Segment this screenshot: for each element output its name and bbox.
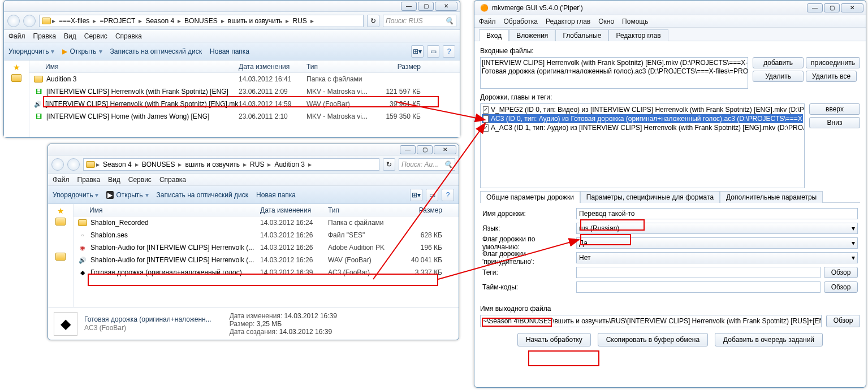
maximize-button[interactable]: ▢ xyxy=(824,3,840,12)
menu-file[interactable]: Файл xyxy=(8,32,25,40)
list-item[interactable]: ▫Shablon.ses 14.03.2012 16:26 Файл "SES"… xyxy=(74,229,459,241)
append-button[interactable]: присоединить xyxy=(806,57,860,68)
organize-button[interactable]: Упорядочить ▾ xyxy=(8,47,54,55)
tags-browse-button[interactable]: Обзор xyxy=(824,267,858,278)
forced-flag-select[interactable]: Нет▾ xyxy=(576,252,858,263)
menu-tools[interactable]: Сервис xyxy=(128,176,152,184)
language-select[interactable]: rus (Russian)▾ xyxy=(576,223,858,234)
search-input[interactable]: Поиск: Au... 🔍 xyxy=(399,158,455,171)
col-type[interactable]: Тип xyxy=(328,206,401,214)
checkbox-icon[interactable]: ✓ xyxy=(483,106,489,114)
close-button[interactable]: ✕ xyxy=(841,3,863,12)
list-item[interactable]: Audition 3 14.03.2012 16:41 Папка с файл… xyxy=(29,73,460,85)
menu-window[interactable]: Окно xyxy=(598,18,614,25)
list-item[interactable]: ◉Shablon-Audio for [INTERVIEW CLIPS] Her… xyxy=(74,241,459,254)
menu-file[interactable]: Файл xyxy=(53,176,70,184)
menu-edit[interactable]: Правка xyxy=(33,32,57,40)
col-date[interactable]: Дата изменения xyxy=(260,206,328,214)
search-input[interactable]: Поиск: RUS 🔍 xyxy=(383,15,456,27)
help-button[interactable]: ? xyxy=(442,189,454,201)
maximize-button[interactable]: ▢ xyxy=(418,2,434,11)
copy-button[interactable]: Скопировать в буфер обмена xyxy=(598,333,708,346)
checkbox-icon[interactable]: ✓ xyxy=(483,124,489,132)
tab-attachments[interactable]: Вложения xyxy=(509,29,555,41)
menu-view[interactable]: Вид xyxy=(64,32,76,40)
removeall-button[interactable]: Удалить все xyxy=(806,71,857,82)
minimize-button[interactable]: — xyxy=(400,145,416,154)
minimize-button[interactable]: — xyxy=(401,2,417,11)
trackname-input[interactable]: Перевод такой-то xyxy=(576,208,858,219)
menu-tools[interactable]: Сервис xyxy=(84,32,107,40)
tab-global[interactable]: Глобальные xyxy=(555,29,608,41)
track-row[interactable]: ✓A_AC3 (ID 1, тип: Аудио) из [INTERVIEW … xyxy=(482,123,803,132)
col-type[interactable]: Тип xyxy=(306,63,380,71)
remove-button[interactable]: Удалить xyxy=(753,71,804,82)
checkbox-icon[interactable]: ✓ xyxy=(483,115,489,123)
view-button[interactable]: ⊞▾ xyxy=(410,189,422,201)
col-size[interactable]: Размер xyxy=(401,206,447,214)
refresh-button[interactable]: ↻ xyxy=(367,15,379,27)
list-item[interactable]: 🎞[INTERVIEW CLIPS] Herrenvolk (with Fran… xyxy=(29,85,460,98)
input-files-list[interactable]: [INTERVIEW CLIPS] Herrenvolk (with Frank… xyxy=(480,57,748,89)
list-item[interactable]: Shablon_Recorded 14.03.2012 16:24 Папка … xyxy=(74,216,459,229)
explorer1-sidebar[interactable]: ★ xyxy=(4,60,29,137)
queue-button[interactable]: Добавить в очередь заданий xyxy=(715,333,823,346)
menu-help[interactable]: Справка xyxy=(115,32,142,40)
burn-button[interactable]: Записать на оптический диск xyxy=(110,47,202,55)
tab-chapters[interactable]: Редактор глав xyxy=(608,29,668,41)
add-button[interactable]: добавить xyxy=(753,57,804,68)
minimize-button[interactable]: — xyxy=(807,3,823,12)
col-date[interactable]: Дата изменения xyxy=(239,63,306,71)
list-item[interactable]: 🔊Shablon-Audio for [INTERVIEW CLIPS] Her… xyxy=(74,254,459,266)
preview-pane-button[interactable]: ▭ xyxy=(426,189,438,201)
burn-button[interactable]: Записать на оптический диск xyxy=(157,191,249,199)
col-name[interactable]: Имя xyxy=(29,63,239,71)
view-button[interactable]: ⊞▾ xyxy=(411,45,424,58)
tags-input[interactable] xyxy=(576,267,821,278)
refresh-button[interactable]: ↻ xyxy=(383,158,395,171)
opttab-general[interactable]: Общие параметры дорожки xyxy=(480,191,580,203)
help-button[interactable]: ? xyxy=(443,45,455,58)
down-button[interactable]: Вниз xyxy=(809,117,860,128)
newfolder-button[interactable]: Новая папка xyxy=(256,191,296,199)
menu-file[interactable]: Файл xyxy=(479,18,496,25)
menu-edit[interactable]: Правка xyxy=(77,176,101,184)
output-file-input[interactable]: ~\Season 4\BONUSES\вшить и озвучить\RUS\… xyxy=(480,315,822,327)
list-item[interactable]: 🔊[INTERVIEW CLIPS] Herrenvolk (with Fran… xyxy=(29,98,460,110)
timecodes-browse-button[interactable]: Обзор xyxy=(824,281,858,293)
nav-back-button[interactable] xyxy=(51,158,64,171)
opttab-format[interactable]: Параметры, специфичные для формата xyxy=(580,191,720,203)
maximize-button[interactable]: ▢ xyxy=(417,145,433,154)
nav-forward-button[interactable] xyxy=(23,15,36,27)
breadcrumb[interactable]: ▸Season 4 ▸BONUSES ▸вшить и озвучить ▸RU… xyxy=(83,158,379,171)
menu-chapters[interactable]: Редактор глав xyxy=(546,18,590,25)
list-header[interactable]: Имя Дата изменения Тип Размер xyxy=(74,204,459,216)
col-name[interactable]: Имя xyxy=(74,206,260,214)
opttab-extra[interactable]: Дополнительные параметры xyxy=(720,191,823,203)
track-row-selected[interactable]: ✓AC3 (ID 0, тип: Аудио) из Готовая дорож… xyxy=(482,114,803,123)
open-button[interactable]: ▶ Открыть ▾ xyxy=(106,191,148,199)
col-size[interactable]: Размер xyxy=(380,63,425,71)
tracks-list[interactable]: ✓V_MPEG2 (ID 0, тип: Видео) из [INTERVIE… xyxy=(480,103,805,188)
menu-process[interactable]: Обработка xyxy=(504,18,538,25)
track-row[interactable]: ✓V_MPEG2 (ID 0, тип: Видео) из [INTERVIE… xyxy=(482,105,803,114)
list-item[interactable]: 🎞[INTERVIEW CLIPS] Home (with James Wong… xyxy=(29,110,460,123)
list-item[interactable]: ◆Готовая дорожка (оригинал+наложенный го… xyxy=(74,266,459,279)
explorer2-sidebar[interactable]: ★ xyxy=(48,204,74,307)
close-button[interactable]: ✕ xyxy=(434,145,456,154)
list-header[interactable]: Имя Дата изменения Тип Размер xyxy=(29,60,460,73)
breadcrumb[interactable]: ▸===X-files ▸=PROJECT ▸Season 4 ▸BONUSES… xyxy=(39,15,364,27)
tab-input[interactable]: Вход xyxy=(479,29,509,41)
organize-button[interactable]: Упорядочить ▾ xyxy=(53,191,98,199)
nav-forward-button[interactable] xyxy=(67,158,80,171)
timecodes-input[interactable] xyxy=(576,281,821,293)
preview-pane-button[interactable]: ▭ xyxy=(427,45,439,58)
nav-back-button[interactable] xyxy=(7,15,20,27)
menu-help[interactable]: Справка xyxy=(159,176,186,184)
menu-help[interactable]: Помощь xyxy=(622,18,648,25)
default-flag-select[interactable]: Да▾ xyxy=(576,237,858,249)
close-button[interactable]: ✕ xyxy=(435,2,457,11)
open-button[interactable]: ▶ Открыть ▾ xyxy=(62,47,102,55)
menu-view[interactable]: Вид xyxy=(108,176,120,184)
start-button[interactable]: Начать обработку xyxy=(517,333,591,346)
